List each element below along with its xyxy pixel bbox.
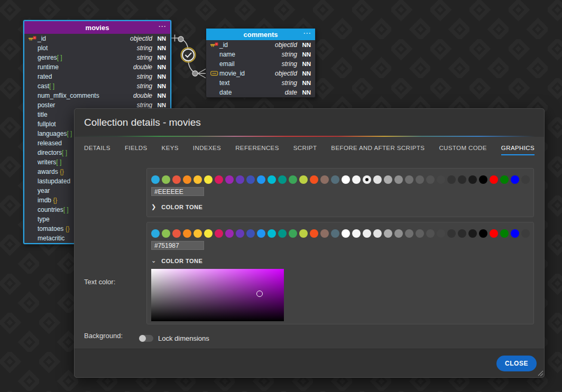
field-row[interactable]: emailstringNN <box>206 59 315 69</box>
color-swatch[interactable] <box>194 175 202 184</box>
table-menu-button[interactable]: ··· <box>303 29 311 38</box>
color-swatch[interactable] <box>342 229 350 238</box>
color-swatch[interactable] <box>500 229 509 238</box>
color-swatch[interactable] <box>257 175 265 184</box>
table-menu-button[interactable]: ··· <box>159 21 167 32</box>
color-swatch[interactable] <box>447 229 456 238</box>
color-swatch[interactable] <box>458 229 466 238</box>
color-swatch[interactable] <box>278 229 287 238</box>
color-swatch[interactable] <box>363 175 371 184</box>
color-swatch[interactable] <box>172 175 181 184</box>
field-row[interactable]: genres[ ]stringNN <box>24 53 170 62</box>
color-swatch[interactable] <box>352 229 361 238</box>
resize-handle[interactable] <box>536 369 543 377</box>
tab-script[interactable]: SCRIPT <box>293 142 317 155</box>
entity-table-comments[interactable]: comments···_idobjectIdNNnamestringNNemai… <box>206 28 316 98</box>
tab-fields[interactable]: FIELDS <box>125 142 148 155</box>
close-button[interactable]: CLOSE <box>496 356 537 371</box>
color-swatch[interactable] <box>162 229 170 238</box>
gradient-picker-marker[interactable] <box>256 291 263 297</box>
color-swatch[interactable] <box>289 175 297 184</box>
color-swatch[interactable] <box>490 229 498 238</box>
color-swatch[interactable] <box>447 175 456 184</box>
color-swatch[interactable] <box>215 229 223 238</box>
color-swatch[interactable] <box>299 175 308 184</box>
color-swatch[interactable] <box>426 229 435 238</box>
tab-graphics[interactable]: GRAPHICS <box>501 142 535 155</box>
color-swatch[interactable] <box>172 229 181 238</box>
color-swatch[interactable] <box>289 229 297 238</box>
field-row[interactable]: textstringNN <box>206 78 315 88</box>
color-swatch[interactable] <box>246 175 255 184</box>
color-swatch[interactable] <box>225 229 234 238</box>
color-swatch[interactable] <box>331 175 339 184</box>
text-color-hex-input[interactable] <box>151 187 204 196</box>
saturation-value-picker[interactable] <box>151 269 284 321</box>
color-swatch[interactable] <box>183 175 191 184</box>
color-swatch[interactable] <box>416 175 424 184</box>
color-swatch[interactable] <box>468 229 477 238</box>
color-swatch[interactable] <box>437 175 445 184</box>
color-swatch[interactable] <box>352 175 361 184</box>
color-swatch[interactable] <box>500 175 509 184</box>
color-swatch[interactable] <box>268 175 276 184</box>
color-swatch[interactable] <box>426 175 435 184</box>
field-row[interactable]: _idobjectIdNN <box>206 40 315 50</box>
color-swatch[interactable] <box>521 229 530 238</box>
color-swatch[interactable] <box>394 175 403 184</box>
table-header[interactable]: comments··· <box>206 29 315 40</box>
background-tone-toggle[interactable]: ⌄ COLOR TONE <box>151 257 529 264</box>
color-swatch[interactable] <box>204 175 213 184</box>
color-swatch[interactable] <box>416 229 424 238</box>
text-color-tone-toggle[interactable]: ❯ COLOR TONE <box>151 203 529 210</box>
color-swatch[interactable] <box>204 229 213 238</box>
field-row[interactable]: cast[ ]stringNN <box>24 81 170 91</box>
lock-dimensions-toggle[interactable] <box>139 335 153 342</box>
field-row[interactable]: runtimedoubleNN <box>24 62 170 72</box>
color-swatch[interactable] <box>320 175 329 184</box>
field-row[interactable]: plotstringNN <box>24 43 170 53</box>
color-swatch[interactable] <box>257 229 265 238</box>
tab-references[interactable]: REFERENCES <box>235 142 279 155</box>
field-row[interactable]: _idobjectIdNN <box>24 34 170 43</box>
color-swatch[interactable] <box>437 229 445 238</box>
color-swatch[interactable] <box>246 229 255 238</box>
color-swatch[interactable] <box>320 229 329 238</box>
color-swatch[interactable] <box>162 175 170 184</box>
color-swatch[interactable] <box>373 229 382 238</box>
color-swatch[interactable] <box>384 229 392 238</box>
color-swatch[interactable] <box>331 229 339 238</box>
tab-custom-code[interactable]: CUSTOM CODE <box>439 142 486 155</box>
color-swatch[interactable] <box>394 229 403 238</box>
tab-indexes[interactable]: INDEXES <box>193 142 221 155</box>
color-swatch[interactable] <box>458 175 466 184</box>
field-row[interactable]: datedateNN <box>206 88 315 97</box>
color-swatch[interactable] <box>215 175 223 184</box>
color-swatch[interactable] <box>468 175 477 184</box>
color-swatch[interactable] <box>405 175 413 184</box>
color-swatch[interactable] <box>151 175 160 184</box>
color-swatch[interactable] <box>310 175 318 184</box>
color-swatch[interactable] <box>405 229 413 238</box>
tab-details[interactable]: DETAILS <box>84 142 110 155</box>
tab-before-and-after-scripts[interactable]: BEFORE AND AFTER SCRIPTS <box>331 142 425 155</box>
color-swatch[interactable] <box>490 175 498 184</box>
field-row[interactable]: movie_idobjectIdNN <box>206 69 315 78</box>
color-swatch[interactable] <box>479 229 487 238</box>
color-swatch[interactable] <box>268 229 276 238</box>
color-swatch[interactable] <box>194 229 202 238</box>
color-swatch[interactable] <box>511 175 519 184</box>
color-swatch[interactable] <box>511 229 519 238</box>
color-swatch[interactable] <box>183 229 191 238</box>
color-swatch[interactable] <box>363 229 371 238</box>
color-swatch[interactable] <box>342 175 350 184</box>
color-swatch[interactable] <box>151 229 160 238</box>
field-row[interactable]: ratedstringNN <box>24 72 170 81</box>
table-header[interactable]: movies··· <box>24 21 170 34</box>
color-swatch[interactable] <box>373 175 382 184</box>
color-swatch[interactable] <box>310 229 318 238</box>
color-swatch[interactable] <box>236 229 244 238</box>
field-row[interactable]: num_mflix_commentsdoubleNN <box>24 91 170 100</box>
color-swatch[interactable] <box>278 175 287 184</box>
color-swatch[interactable] <box>225 175 234 184</box>
